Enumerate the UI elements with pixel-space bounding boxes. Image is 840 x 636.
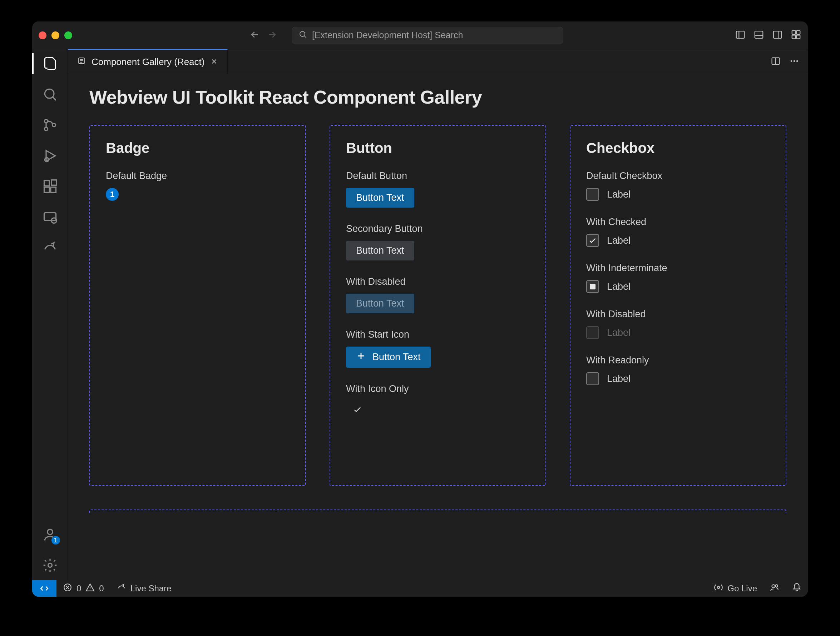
svg-point-32 [772, 584, 775, 588]
toggle-secondary-sidebar-icon[interactable] [772, 29, 783, 41]
card-checkbox: Checkbox Default Checkbox Label With Che… [570, 125, 786, 486]
problems-status[interactable]: 0 0 [57, 583, 111, 594]
editor-area: Component Gallery (React) Webview UI Too… [68, 49, 808, 580]
demo-label: Default Checkbox [586, 170, 770, 181]
command-center-search[interactable]: [Extension Development Host] Search [292, 27, 563, 44]
checkbox-label: Label [607, 189, 630, 200]
maximize-window-button[interactable] [64, 32, 72, 39]
run-debug-view-icon[interactable] [41, 147, 58, 164]
button-label: Button Text [356, 298, 404, 309]
more-actions-icon[interactable] [789, 56, 799, 68]
card-title-badge: Badge [106, 140, 289, 156]
status-bar: 0 0 Live Share Go Live [32, 580, 808, 597]
nav-back-button[interactable] [249, 29, 260, 41]
button-label: Button Text [373, 352, 421, 363]
demo-label: With Disabled [346, 276, 530, 287]
card-button: Button Default Button Button Text Second… [330, 125, 546, 486]
checkbox-indeterminate[interactable] [586, 280, 599, 293]
feedback-status[interactable] [764, 583, 786, 594]
checkbox-default[interactable] [586, 188, 599, 201]
svg-rect-18 [51, 187, 56, 193]
checkbox-disabled [586, 326, 599, 339]
settings-gear-icon[interactable] [41, 557, 58, 574]
toggle-panel-icon[interactable] [753, 29, 764, 41]
button-primary[interactable]: Button Text [346, 188, 414, 208]
plus-icon [356, 351, 366, 363]
warning-icon [85, 583, 95, 594]
button-label: Button Text [356, 245, 404, 256]
go-live-label: Go Live [727, 584, 757, 593]
next-row-cutoff [89, 510, 786, 513]
checkbox-label: Label [607, 235, 630, 246]
bell-icon [792, 583, 801, 594]
go-live-status[interactable]: Go Live [707, 583, 764, 594]
svg-rect-7 [792, 30, 796, 34]
remote-indicator[interactable] [32, 580, 57, 597]
svg-point-22 [47, 529, 52, 535]
svg-point-0 [300, 32, 305, 36]
nav-forward-button[interactable] [267, 29, 277, 41]
search-view-icon[interactable] [41, 86, 58, 103]
svg-point-33 [775, 584, 778, 587]
card-title-checkbox: Checkbox [586, 140, 770, 156]
notifications-status[interactable] [786, 583, 808, 594]
page-title: Webview UI Toolkit React Component Galle… [89, 87, 786, 108]
minimize-window-button[interactable] [52, 32, 59, 39]
svg-rect-8 [796, 30, 800, 34]
demo-label: With Checked [586, 216, 770, 227]
live-share-icon [117, 583, 126, 594]
svg-point-13 [44, 127, 47, 130]
live-share-status[interactable]: Live Share [111, 583, 178, 594]
svg-point-15 [45, 158, 49, 162]
customize-layout-icon[interactable] [791, 29, 801, 41]
demo-label: Secondary Button [346, 223, 530, 234]
svg-point-28 [794, 60, 795, 62]
svg-rect-16 [44, 181, 49, 186]
window-controls [39, 32, 72, 39]
badge-default: 1 [106, 188, 119, 201]
activity-bar: 1 [32, 49, 68, 580]
button-secondary[interactable]: Button Text [346, 241, 414, 260]
demo-label: With Disabled [586, 309, 770, 320]
remote-explorer-view-icon[interactable] [41, 209, 58, 226]
extensions-view-icon[interactable] [41, 178, 58, 195]
preview-icon [77, 57, 86, 68]
checkbox-label: Label [607, 327, 630, 338]
button-start-icon[interactable]: Button Text [346, 347, 431, 368]
tab-close-button[interactable] [210, 57, 218, 68]
demo-label: With Readonly [586, 355, 770, 366]
svg-rect-9 [792, 35, 796, 39]
accounts-badge: 1 [52, 536, 60, 544]
feedback-icon [770, 583, 779, 594]
svg-rect-5 [774, 31, 782, 38]
svg-rect-3 [755, 31, 763, 38]
webview-content: Webview UI Toolkit React Component Galle… [68, 74, 808, 580]
card-title-button: Button [346, 140, 530, 156]
explorer-view-icon[interactable] [41, 55, 58, 72]
vscode-window: [Extension Development Host] Search [32, 21, 808, 597]
split-editor-icon[interactable] [771, 56, 781, 68]
titlebar-layout-controls [735, 29, 801, 41]
card-badge: Badge Default Badge 1 [89, 125, 306, 486]
close-window-button[interactable] [39, 32, 46, 39]
svg-point-29 [796, 60, 798, 62]
live-share-view-icon[interactable] [41, 239, 58, 257]
svg-rect-10 [796, 35, 800, 39]
toggle-primary-sidebar-icon[interactable] [735, 29, 746, 41]
component-grid: Badge Default Badge 1 Button Default But… [89, 125, 786, 486]
titlebar: [Extension Development Host] Search [32, 21, 808, 49]
warnings-count: 0 [99, 584, 104, 593]
demo-label: With Indeterminate [586, 263, 770, 274]
svg-rect-19 [51, 180, 57, 185]
checkbox-checked[interactable] [586, 234, 599, 247]
button-icon-only[interactable] [346, 401, 369, 421]
tab-component-gallery[interactable]: Component Gallery (React) [68, 49, 228, 74]
error-icon [63, 583, 72, 594]
svg-point-11 [45, 89, 54, 98]
svg-rect-17 [44, 187, 49, 193]
demo-label: Default Button [346, 170, 530, 181]
source-control-view-icon[interactable] [41, 117, 58, 134]
accounts-icon[interactable]: 1 [41, 526, 58, 543]
tab-label: Component Gallery (React) [92, 57, 204, 68]
svg-point-23 [48, 563, 52, 567]
